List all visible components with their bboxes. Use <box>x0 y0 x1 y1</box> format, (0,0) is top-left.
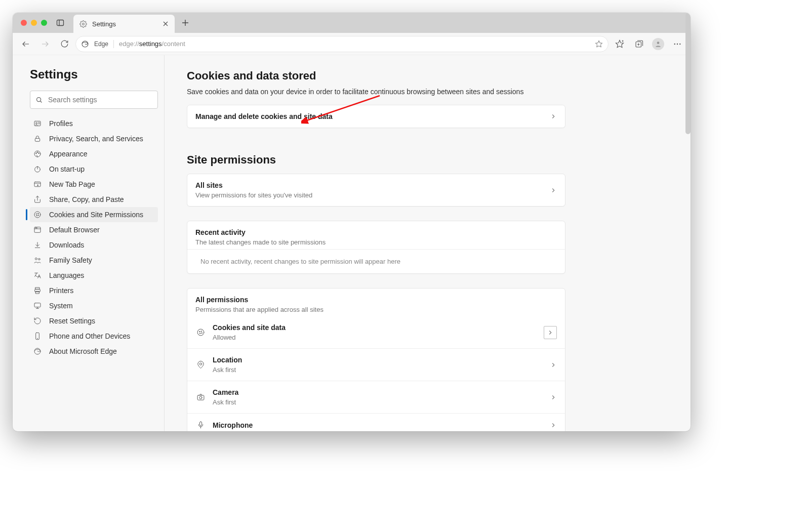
location-icon <box>195 360 206 369</box>
sidebar-toggle-icon[interactable] <box>56 19 64 27</box>
all-sites-title: All sites <box>195 181 543 189</box>
sidebar-item-phone-and-other-devices[interactable]: Phone and Other Devices <box>30 329 158 344</box>
maximize-window-button[interactable] <box>41 20 47 26</box>
sidebar-item-new-tab-page[interactable]: New Tab Page <box>30 177 158 192</box>
edge-icon <box>81 40 89 48</box>
site-permissions-title: Site permissions <box>187 153 565 167</box>
microphone-icon <box>195 421 206 429</box>
favorites-button[interactable] <box>612 36 628 52</box>
permission-row-cookies-and-site-data[interactable]: Cookies and site data Allowed <box>187 316 565 348</box>
cookies-section-subtitle: Save cookies and data on your device in … <box>187 88 565 96</box>
tab-settings[interactable]: Settings <box>73 15 175 33</box>
sidebar-item-default-browser[interactable]: Default Browser <box>30 222 158 237</box>
chevron-right-icon <box>550 361 557 369</box>
sidebar-item-languages[interactable]: Languages <box>30 268 158 283</box>
settings-sidebar: Settings Profiles Privacy, Search, and S… <box>13 55 165 431</box>
all-permissions-card: All permissions Permissions that are app… <box>187 288 565 431</box>
gear-icon <box>79 20 87 28</box>
all-sites-row[interactable]: All sites View permissions for sites you… <box>187 174 565 206</box>
svg-marker-11 <box>616 40 624 47</box>
search-settings-box[interactable] <box>30 91 158 109</box>
sidebar-item-appearance[interactable]: Appearance <box>30 146 158 161</box>
svg-rect-55 <box>36 291 39 294</box>
camera-icon <box>195 393 206 401</box>
svg-point-21 <box>37 97 41 101</box>
lock-icon <box>33 135 42 143</box>
permission-row-location[interactable]: Location Ask first <box>187 348 565 381</box>
share-icon <box>33 195 42 203</box>
back-button[interactable] <box>18 36 34 52</box>
cookie-icon <box>195 328 206 337</box>
close-tab-icon[interactable] <box>163 21 169 27</box>
sidebar-item-reset-settings[interactable]: Reset Settings <box>30 313 158 329</box>
chevron-right-icon <box>550 394 557 401</box>
svg-rect-68 <box>197 395 204 400</box>
sidebar-heading: Settings <box>30 67 158 81</box>
svg-point-39 <box>34 212 40 218</box>
svg-point-18 <box>674 43 675 44</box>
permission-label: Cookies and site data <box>213 323 537 332</box>
svg-point-19 <box>677 43 678 44</box>
permission-row-camera[interactable]: Camera Ask first <box>187 381 565 413</box>
sidebar-item-about-microsoft-edge[interactable]: About Microsoft Edge <box>30 344 158 359</box>
sidebar-item-label: Printers <box>49 287 73 295</box>
scrollbar[interactable] <box>685 13 691 134</box>
svg-rect-56 <box>34 303 40 307</box>
permission-row-microphone[interactable]: Microphone <box>187 413 565 431</box>
more-button[interactable] <box>669 36 685 52</box>
sidebar-item-label: System <box>49 302 73 310</box>
sidebar-item-label: Privacy, Search, and Services <box>49 135 143 143</box>
sidebar-item-label: Default Browser <box>49 226 100 234</box>
svg-point-51 <box>38 258 40 260</box>
collections-button[interactable] <box>631 36 647 52</box>
sidebar-item-printers[interactable]: Printers <box>30 283 158 298</box>
all-sites-card: All sites View permissions for sites you… <box>187 174 565 207</box>
close-window-button[interactable] <box>21 20 27 26</box>
sidebar-item-family-safety[interactable]: Family Safety <box>30 253 158 268</box>
new-tab-button[interactable] <box>180 17 191 28</box>
svg-point-65 <box>199 333 200 334</box>
svg-rect-70 <box>199 422 201 426</box>
sidebar-item-share-copy-and-paste[interactable]: Share, Copy, and Paste <box>30 192 158 207</box>
forward-button[interactable] <box>37 36 53 52</box>
permission-status: Allowed <box>213 334 537 341</box>
svg-point-64 <box>201 331 201 332</box>
address-product-label: Edge <box>94 40 108 48</box>
minimize-window-button[interactable] <box>31 20 37 26</box>
svg-marker-10 <box>595 40 602 47</box>
sidebar-item-system[interactable]: System <box>30 298 158 313</box>
tab-icon <box>33 180 42 188</box>
sidebar-item-downloads[interactable]: Downloads <box>30 237 158 253</box>
manage-cookies-row[interactable]: Manage and delete cookies and site data <box>187 105 565 128</box>
svg-rect-0 <box>57 20 64 26</box>
svg-point-20 <box>679 43 680 44</box>
favorite-star-icon[interactable] <box>595 40 603 48</box>
svg-point-67 <box>199 363 201 365</box>
sidebar-item-on-start-up[interactable]: On start-up <box>30 161 158 177</box>
sidebar-item-profiles[interactable]: Profiles <box>30 116 158 131</box>
sidebar-item-label: Phone and Other Devices <box>49 332 130 340</box>
search-input[interactable] <box>48 96 152 104</box>
profile-button[interactable] <box>650 36 666 52</box>
download-icon <box>33 241 42 249</box>
svg-point-46 <box>35 228 36 228</box>
browser-icon <box>33 226 42 234</box>
svg-point-24 <box>36 122 37 124</box>
sidebar-item-label: Share, Copy, and Paste <box>49 195 124 203</box>
refresh-button[interactable] <box>56 36 72 52</box>
svg-point-2 <box>83 23 85 25</box>
manage-cookies-label: Manage and delete cookies and site data <box>195 112 543 120</box>
edge-icon <box>33 347 42 355</box>
svg-point-31 <box>38 153 39 154</box>
sidebar-item-cookies-and-site-permissions[interactable]: Cookies and Site Permissions <box>30 207 158 222</box>
svg-point-43 <box>38 215 38 216</box>
sidebar-item-privacy-search-and-services[interactable]: Privacy, Search, and Services <box>30 131 158 146</box>
power-icon <box>33 165 42 173</box>
all-permissions-header: All permissions Permissions that are app… <box>187 289 565 316</box>
address-bar[interactable]: Edge edge://settings/content <box>75 36 609 52</box>
svg-point-29 <box>36 153 37 154</box>
svg-line-22 <box>40 101 42 102</box>
recent-activity-header: Recent activity The latest changes made … <box>187 221 565 249</box>
sidebar-item-label: Reset Settings <box>49 317 95 325</box>
reset-icon <box>33 317 42 325</box>
